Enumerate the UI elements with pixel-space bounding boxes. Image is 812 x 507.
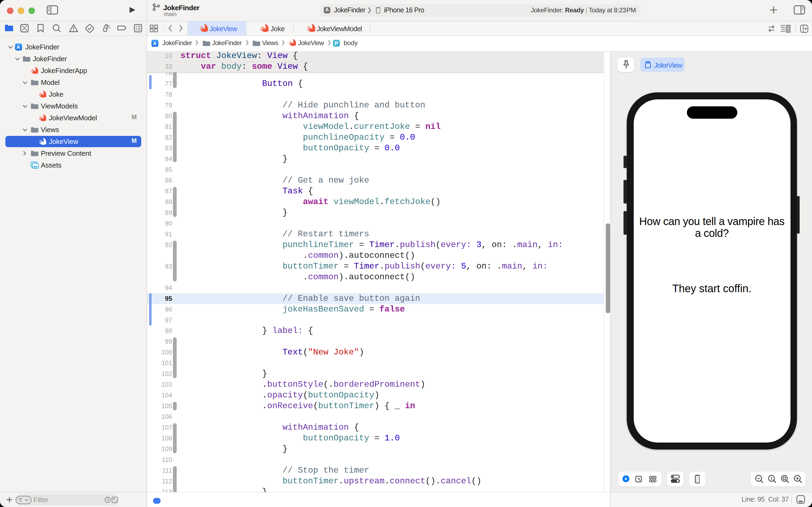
svg-text:1: 1 <box>770 476 772 481</box>
